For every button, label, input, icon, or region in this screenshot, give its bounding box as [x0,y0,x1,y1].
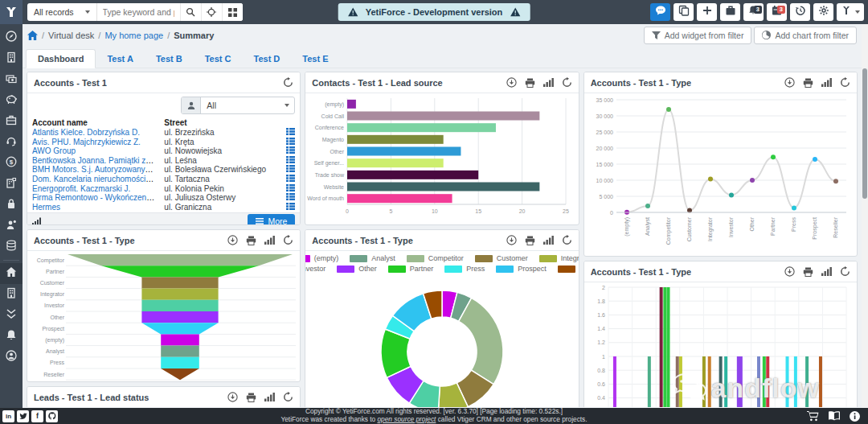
refresh-icon[interactable] [283,235,293,245]
breadcrumb-my-home-page[interactable]: My home page [104,31,163,40]
owner-filter-select[interactable]: All [181,97,295,114]
account-link[interactable]: Energoprofit. Kaczmarski J. [32,184,130,193]
download-icon[interactable] [227,392,238,402]
cart-icon[interactable] [807,411,819,422]
tab-test-a[interactable]: Test A [96,50,144,68]
breadcrumb-virtual-desk[interactable]: Virtual desk [48,31,94,40]
account-link[interactable]: Bentkowska Joanna. Pamiątki z soli kamie… [32,156,159,165]
tab-dashboard[interactable]: Dashboard [26,49,96,68]
print-icon[interactable] [246,393,256,402]
sidebar-item-projects[interactable] [0,174,23,195]
print-icon[interactable] [525,78,535,88]
more-button[interactable]: More [248,214,295,225]
user-menu-button[interactable] [837,3,864,21]
print-icon[interactable] [803,267,813,277]
advanced-search-button[interactable] [201,3,222,21]
plus-button[interactable] [697,3,717,21]
legend-item[interactable]: Reseller [558,265,579,273]
chart-bars-icon[interactable] [543,236,554,245]
sidebar-item-profile[interactable] [0,347,23,368]
download-icon[interactable] [784,77,795,88]
record-grid-icon[interactable] [286,128,295,135]
refresh-icon[interactable] [840,266,850,277]
sidebar-item-security[interactable] [0,195,23,216]
search-input[interactable] [97,7,180,17]
record-grid-icon[interactable] [286,175,295,182]
record-grid-icon[interactable] [286,146,295,154]
record-grid-icon[interactable] [286,138,295,145]
chart-bars-icon[interactable] [264,236,275,245]
sidebar-item-contacts[interactable] [0,216,23,237]
tab-test-c[interactable]: Test C [194,50,243,68]
chart-bars-icon[interactable] [543,78,554,87]
copy-button[interactable] [674,3,694,21]
home-icon[interactable] [27,31,38,40]
account-link[interactable]: Firma Remontowo - Wykończeniowa Mir - Re… [32,193,159,202]
sidebar-item-savings[interactable] [0,90,23,111]
account-link[interactable]: BMH Motors. S.j. Autoryzowany dealer Nis… [32,165,159,174]
sidebar-item-companies[interactable] [0,48,23,69]
record-grid-icon[interactable] [286,184,295,191]
legend-item[interactable]: Competitor [407,254,464,262]
refresh-icon[interactable] [562,235,572,245]
record-grid-icon[interactable] [286,156,295,163]
account-link[interactable]: AWO Group [32,146,76,155]
sidebar-item-home[interactable] [0,263,23,284]
sidebar-item-organization[interactable] [0,284,23,305]
record-grid-icon[interactable] [286,165,295,172]
chart-bars-icon[interactable] [821,267,832,276]
account-link[interactable]: Avis. PHU. Majchrzykiewicz Z. [32,138,141,146]
print-icon[interactable] [803,78,813,88]
search-button[interactable] [180,3,201,21]
open-source-project-link[interactable]: open source project [378,415,436,423]
record-grid-icon[interactable] [286,203,295,210]
github-icon[interactable] [46,410,58,422]
chart-bars-icon[interactable] [264,393,275,401]
sidebar-item-yeti[interactable] [0,305,23,326]
legend-item[interactable]: Integrator [539,254,579,262]
calendar-button[interactable]: 3 [767,3,787,21]
add-chart-from-filter-button[interactable]: Add chart from filter [754,27,857,44]
sidebar-item-notifications[interactable] [0,326,23,347]
sidebar-item-helpdesk[interactable] [0,132,23,153]
download-icon[interactable] [506,235,517,245]
briefcase-button[interactable] [720,3,740,21]
legend-item[interactable]: Prospect [496,265,547,273]
scrollbar-thumb[interactable] [862,68,867,199]
refresh-icon[interactable] [283,77,293,88]
legend-item[interactable]: Press [444,265,485,273]
mini-chart-icon[interactable] [32,217,42,225]
refresh-icon[interactable] [562,77,572,88]
refresh-icon[interactable] [283,392,293,402]
notifications-button[interactable]: 3 [743,3,764,21]
settings-button[interactable] [813,3,833,21]
account-link[interactable]: Atlantis Kielce. Dobrzyńska D. [32,128,140,137]
linkedin-icon[interactable]: in [2,410,14,422]
legend-item[interactable]: Other [337,265,377,273]
account-link[interactable]: Hermes [32,203,60,212]
add-widget-from-filter-button[interactable]: Add widget from filter [644,27,752,44]
download-icon[interactable] [784,266,795,277]
legend-item[interactable]: Analyst [350,254,395,262]
record-grid-icon[interactable] [286,193,295,200]
chat-button[interactable] [650,3,670,21]
sidebar-item-dashboard[interactable] [0,27,23,48]
yetiforce-logo-icon[interactable] [0,0,23,24]
download-icon[interactable] [227,235,238,245]
print-icon[interactable] [246,236,256,245]
history-button[interactable] [790,3,810,21]
facebook-icon[interactable]: f [31,410,43,422]
records-filter-select[interactable]: All records [27,3,97,21]
sidebar-item-finance[interactable] [0,69,23,90]
legend-item[interactable]: Partner [388,265,434,273]
legend-item[interactable]: (empty) [305,254,338,262]
legend-item[interactable]: Investor [305,265,326,273]
sidebar-item-briefcase[interactable] [0,111,23,132]
sidebar-item-sales[interactable]: $ [0,153,23,174]
tab-test-b[interactable]: Test B [145,50,194,68]
tab-test-d[interactable]: Test D [243,50,292,68]
apps-menu-button[interactable] [222,3,243,21]
refresh-icon[interactable] [840,77,850,88]
twitter-icon[interactable] [17,410,29,422]
info-icon[interactable] [850,411,860,422]
